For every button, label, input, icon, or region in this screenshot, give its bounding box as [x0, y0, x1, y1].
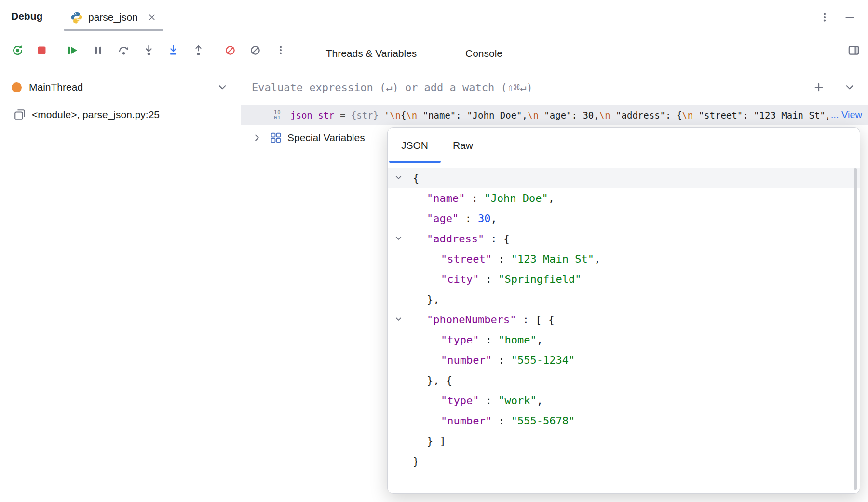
json-line-text: "street" : "123 Main St", [388, 253, 600, 265]
json-line: "number" : "555-5678" [388, 410, 860, 431]
json-line: "type" : "work", [388, 390, 860, 410]
json-line: "number" : "555-1234" [388, 350, 860, 370]
tab-threads-variables-label: Threads & Variables [326, 48, 417, 59]
chevron-down-icon[interactable] [394, 234, 403, 243]
json-line-text: "type" : "work", [388, 395, 543, 407]
resume-button[interactable] [63, 40, 82, 60]
string-type-icon: 10 01 [274, 110, 287, 120]
json-line-text: } [388, 455, 419, 467]
json-line: }, [388, 289, 860, 309]
string-type-icon-line1: 10 [274, 110, 287, 115]
session-tab-label: parse_json [88, 12, 138, 23]
chevron-down-icon[interactable] [217, 81, 228, 93]
debug-titlebar: Debug parse_json [0, 0, 868, 35]
thread-selector-label: MainThread [29, 81, 83, 93]
json-line-text: "type" : "home", [388, 334, 543, 346]
more-actions-icon[interactable] [271, 40, 290, 60]
json-line-text: { [388, 172, 419, 184]
equals-sign: = [340, 110, 345, 120]
active-tab-indicator [64, 29, 163, 31]
variable-name: json_str [290, 110, 335, 120]
json-line: { [388, 168, 860, 188]
hide-window-icon[interactable] [840, 8, 859, 27]
json-viewer-body: {"name" : "John Doe","age" : 30,"address… [388, 164, 860, 493]
truncation-ellipsis: ... [831, 109, 839, 120]
mute-breakpoints-button[interactable] [220, 40, 240, 60]
json-line-text: } ] [388, 435, 446, 447]
scrollbar-thumb[interactable] [854, 168, 857, 490]
json-line-text: "address" : { [388, 233, 510, 245]
json-line-text: "city" : "Springfield" [388, 273, 581, 285]
variable-value-preview: '\n{\n "name": "John Doe",\n "age": 30,\… [384, 110, 828, 120]
active-tab-indicator [389, 161, 441, 163]
step-into-button[interactable] [139, 40, 158, 60]
json-line: "city" : "Springfield" [388, 269, 860, 289]
variable-view-container: ... View [831, 109, 862, 120]
json-line: } [388, 451, 860, 471]
tab-raw-label: Raw [453, 140, 473, 151]
disable-breakpoints-button[interactable] [245, 40, 265, 60]
view-link[interactable]: View [841, 109, 862, 120]
tab-threads-variables[interactable]: Threads & Variables [313, 36, 429, 71]
json-line-text: "phoneNumbers" : [ { [388, 314, 555, 326]
chevron-down-icon[interactable] [840, 78, 859, 97]
chevron-down-icon[interactable] [394, 315, 403, 324]
json-line: "name" : "John Doe", [388, 188, 860, 208]
rerun-debug-button[interactable] [8, 40, 27, 60]
step-out-button[interactable] [189, 40, 208, 60]
step-over-button[interactable] [114, 40, 133, 60]
json-line: "address" : { [388, 228, 860, 249]
debug-toolbar: Threads & Variables Console [0, 36, 868, 71]
stack-frame-item[interactable]: <module>, parse_json.py:25 [0, 104, 239, 125]
debug-session-tab[interactable]: parse_json [63, 0, 164, 35]
more-options-icon[interactable] [815, 8, 834, 27]
close-icon[interactable] [147, 13, 157, 22]
chevron-down-icon[interactable] [394, 173, 403, 182]
json-line: } ] [388, 431, 860, 451]
special-variables-label: Special Variables [287, 132, 365, 144]
special-variables-icon [270, 132, 282, 144]
pause-button[interactable] [88, 40, 108, 60]
variable-type-badge: {str} [351, 110, 379, 120]
tab-json-label: JSON [401, 140, 428, 151]
stack-frame-label: <module>, parse_json.py:25 [32, 109, 160, 120]
variable-value-text: json_str = {str} '\n{\n "name": "John Do… [290, 110, 828, 120]
json-line-text: }, { [388, 374, 452, 386]
json-line: "street" : "123 Main St", [388, 249, 860, 269]
frames-icon [14, 108, 26, 121]
thread-status-icon [12, 82, 22, 92]
json-line-text: "number" : "555-5678" [388, 415, 575, 427]
json-line: }, { [388, 370, 860, 390]
step-into-my-code-button[interactable] [163, 40, 183, 60]
json-line: "type" : "home", [388, 330, 860, 350]
json-line: "phoneNumbers" : [ { [388, 309, 860, 330]
thread-selector[interactable]: MainThread [0, 72, 239, 103]
json-line-text: "age" : 30, [388, 212, 497, 225]
python-icon [70, 11, 83, 24]
json-line-text: "name" : "John Doe", [388, 192, 555, 204]
chevron-right-icon[interactable] [252, 132, 262, 143]
json-line-text: }, [388, 293, 440, 305]
pycharm-debug-window: Debug parse_json [0, 0, 868, 502]
tab-json[interactable]: JSON [397, 128, 432, 163]
json-line-text: "number" : "555-1234" [388, 354, 575, 366]
add-watch-icon[interactable] [809, 78, 828, 97]
json-viewer-tabbar: JSON Raw [388, 128, 860, 163]
string-type-icon-line2: 01 [274, 115, 287, 120]
variable-row-json-str[interactable]: 10 01 json_str = {str} '\n{\n "name": "J… [241, 105, 868, 125]
stop-button[interactable] [32, 40, 51, 60]
evaluate-expression-input[interactable]: Evaluate expression (↵) or add a watch (… [239, 72, 868, 103]
tab-raw[interactable]: Raw [445, 128, 481, 163]
json-line: "age" : 30, [388, 208, 860, 228]
tab-console[interactable]: Console [456, 36, 512, 71]
json-viewer-popup: JSON Raw {"name" : "John Doe","age" : 30… [387, 127, 860, 494]
tool-window-title: Debug [11, 11, 42, 22]
tab-console-label: Console [465, 48, 502, 59]
evaluate-placeholder: Evaluate expression (↵) or add a watch (… [252, 81, 533, 93]
layout-settings-icon[interactable] [844, 40, 863, 60]
